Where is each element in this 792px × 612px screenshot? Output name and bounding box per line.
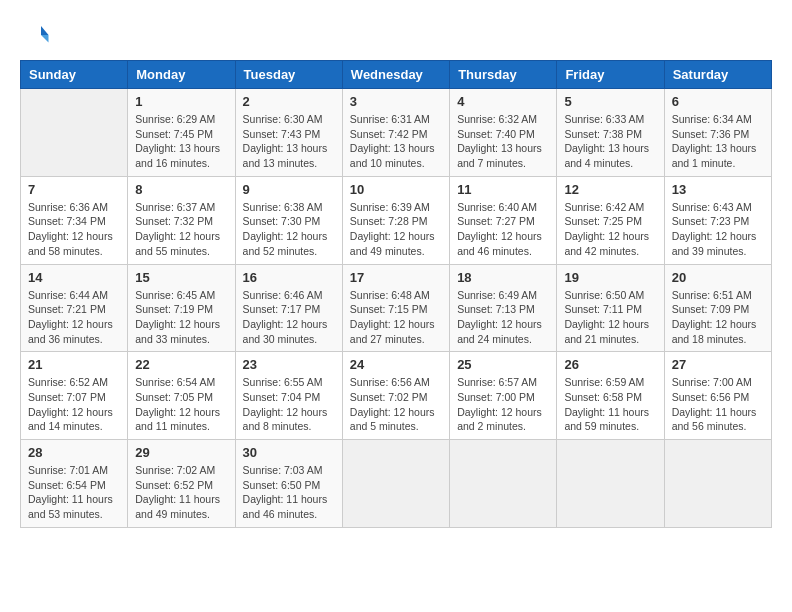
calendar-cell: 11Sunrise: 6:40 AM Sunset: 7:27 PM Dayli…: [450, 176, 557, 264]
calendar-cell: 20Sunrise: 6:51 AM Sunset: 7:09 PM Dayli…: [664, 264, 771, 352]
calendar-cell: 12Sunrise: 6:42 AM Sunset: 7:25 PM Dayli…: [557, 176, 664, 264]
day-number: 19: [564, 270, 656, 285]
day-number: 13: [672, 182, 764, 197]
calendar-cell: 28Sunrise: 7:01 AM Sunset: 6:54 PM Dayli…: [21, 440, 128, 528]
day-number: 21: [28, 357, 120, 372]
calendar-cell: 26Sunrise: 6:59 AM Sunset: 6:58 PM Dayli…: [557, 352, 664, 440]
calendar-cell: 2Sunrise: 6:30 AM Sunset: 7:43 PM Daylig…: [235, 89, 342, 177]
weekday-header-tuesday: Tuesday: [235, 61, 342, 89]
logo: [20, 20, 54, 50]
day-info: Sunrise: 7:00 AM Sunset: 6:56 PM Dayligh…: [672, 375, 764, 434]
calendar-cell: 1Sunrise: 6:29 AM Sunset: 7:45 PM Daylig…: [128, 89, 235, 177]
day-info: Sunrise: 6:32 AM Sunset: 7:40 PM Dayligh…: [457, 112, 549, 171]
day-info: Sunrise: 6:56 AM Sunset: 7:02 PM Dayligh…: [350, 375, 442, 434]
calendar-cell: 16Sunrise: 6:46 AM Sunset: 7:17 PM Dayli…: [235, 264, 342, 352]
day-number: 1: [135, 94, 227, 109]
calendar-cell: 5Sunrise: 6:33 AM Sunset: 7:38 PM Daylig…: [557, 89, 664, 177]
calendar-cell: 4Sunrise: 6:32 AM Sunset: 7:40 PM Daylig…: [450, 89, 557, 177]
calendar-week-row: 21Sunrise: 6:52 AM Sunset: 7:07 PM Dayli…: [21, 352, 772, 440]
calendar-cell: 25Sunrise: 6:57 AM Sunset: 7:00 PM Dayli…: [450, 352, 557, 440]
day-info: Sunrise: 6:37 AM Sunset: 7:32 PM Dayligh…: [135, 200, 227, 259]
day-number: 27: [672, 357, 764, 372]
day-number: 29: [135, 445, 227, 460]
day-number: 14: [28, 270, 120, 285]
calendar-cell: [21, 89, 128, 177]
day-number: 24: [350, 357, 442, 372]
day-number: 20: [672, 270, 764, 285]
day-info: Sunrise: 6:36 AM Sunset: 7:34 PM Dayligh…: [28, 200, 120, 259]
day-info: Sunrise: 6:52 AM Sunset: 7:07 PM Dayligh…: [28, 375, 120, 434]
day-info: Sunrise: 6:50 AM Sunset: 7:11 PM Dayligh…: [564, 288, 656, 347]
day-number: 18: [457, 270, 549, 285]
day-number: 8: [135, 182, 227, 197]
calendar-cell: [557, 440, 664, 528]
svg-marker-1: [41, 35, 49, 43]
calendar-cell: 7Sunrise: 6:36 AM Sunset: 7:34 PM Daylig…: [21, 176, 128, 264]
day-info: Sunrise: 6:43 AM Sunset: 7:23 PM Dayligh…: [672, 200, 764, 259]
day-number: 25: [457, 357, 549, 372]
day-number: 26: [564, 357, 656, 372]
day-number: 23: [243, 357, 335, 372]
day-info: Sunrise: 6:31 AM Sunset: 7:42 PM Dayligh…: [350, 112, 442, 171]
page-header: [20, 20, 772, 50]
calendar-cell: 15Sunrise: 6:45 AM Sunset: 7:19 PM Dayli…: [128, 264, 235, 352]
calendar-cell: [664, 440, 771, 528]
day-number: 4: [457, 94, 549, 109]
calendar-cell: 3Sunrise: 6:31 AM Sunset: 7:42 PM Daylig…: [342, 89, 449, 177]
svg-marker-0: [41, 26, 49, 35]
day-info: Sunrise: 7:01 AM Sunset: 6:54 PM Dayligh…: [28, 463, 120, 522]
day-number: 28: [28, 445, 120, 460]
calendar-week-row: 14Sunrise: 6:44 AM Sunset: 7:21 PM Dayli…: [21, 264, 772, 352]
weekday-header-saturday: Saturday: [664, 61, 771, 89]
day-number: 3: [350, 94, 442, 109]
day-info: Sunrise: 7:02 AM Sunset: 6:52 PM Dayligh…: [135, 463, 227, 522]
day-number: 2: [243, 94, 335, 109]
day-number: 15: [135, 270, 227, 285]
calendar-cell: 30Sunrise: 7:03 AM Sunset: 6:50 PM Dayli…: [235, 440, 342, 528]
day-number: 12: [564, 182, 656, 197]
calendar-cell: 29Sunrise: 7:02 AM Sunset: 6:52 PM Dayli…: [128, 440, 235, 528]
day-number: 30: [243, 445, 335, 460]
day-number: 22: [135, 357, 227, 372]
day-info: Sunrise: 6:29 AM Sunset: 7:45 PM Dayligh…: [135, 112, 227, 171]
day-number: 5: [564, 94, 656, 109]
day-info: Sunrise: 6:45 AM Sunset: 7:19 PM Dayligh…: [135, 288, 227, 347]
calendar-cell: 8Sunrise: 6:37 AM Sunset: 7:32 PM Daylig…: [128, 176, 235, 264]
calendar-cell: 17Sunrise: 6:48 AM Sunset: 7:15 PM Dayli…: [342, 264, 449, 352]
calendar-cell: 18Sunrise: 6:49 AM Sunset: 7:13 PM Dayli…: [450, 264, 557, 352]
day-info: Sunrise: 7:03 AM Sunset: 6:50 PM Dayligh…: [243, 463, 335, 522]
calendar-week-row: 7Sunrise: 6:36 AM Sunset: 7:34 PM Daylig…: [21, 176, 772, 264]
calendar-cell: [450, 440, 557, 528]
day-info: Sunrise: 6:49 AM Sunset: 7:13 PM Dayligh…: [457, 288, 549, 347]
weekday-header-friday: Friday: [557, 61, 664, 89]
calendar: SundayMondayTuesdayWednesdayThursdayFrid…: [20, 60, 772, 528]
logo-icon: [20, 20, 50, 50]
calendar-cell: 14Sunrise: 6:44 AM Sunset: 7:21 PM Dayli…: [21, 264, 128, 352]
calendar-cell: 9Sunrise: 6:38 AM Sunset: 7:30 PM Daylig…: [235, 176, 342, 264]
day-number: 9: [243, 182, 335, 197]
day-info: Sunrise: 6:44 AM Sunset: 7:21 PM Dayligh…: [28, 288, 120, 347]
day-info: Sunrise: 6:48 AM Sunset: 7:15 PM Dayligh…: [350, 288, 442, 347]
calendar-week-row: 28Sunrise: 7:01 AM Sunset: 6:54 PM Dayli…: [21, 440, 772, 528]
day-info: Sunrise: 6:39 AM Sunset: 7:28 PM Dayligh…: [350, 200, 442, 259]
day-number: 17: [350, 270, 442, 285]
weekday-header-thursday: Thursday: [450, 61, 557, 89]
calendar-week-row: 1Sunrise: 6:29 AM Sunset: 7:45 PM Daylig…: [21, 89, 772, 177]
day-info: Sunrise: 6:51 AM Sunset: 7:09 PM Dayligh…: [672, 288, 764, 347]
day-info: Sunrise: 6:46 AM Sunset: 7:17 PM Dayligh…: [243, 288, 335, 347]
calendar-cell: 19Sunrise: 6:50 AM Sunset: 7:11 PM Dayli…: [557, 264, 664, 352]
day-info: Sunrise: 6:33 AM Sunset: 7:38 PM Dayligh…: [564, 112, 656, 171]
weekday-header-row: SundayMondayTuesdayWednesdayThursdayFrid…: [21, 61, 772, 89]
calendar-cell: 21Sunrise: 6:52 AM Sunset: 7:07 PM Dayli…: [21, 352, 128, 440]
day-info: Sunrise: 6:59 AM Sunset: 6:58 PM Dayligh…: [564, 375, 656, 434]
day-number: 6: [672, 94, 764, 109]
calendar-cell: 22Sunrise: 6:54 AM Sunset: 7:05 PM Dayli…: [128, 352, 235, 440]
calendar-cell: 27Sunrise: 7:00 AM Sunset: 6:56 PM Dayli…: [664, 352, 771, 440]
day-info: Sunrise: 6:30 AM Sunset: 7:43 PM Dayligh…: [243, 112, 335, 171]
day-info: Sunrise: 6:38 AM Sunset: 7:30 PM Dayligh…: [243, 200, 335, 259]
day-number: 7: [28, 182, 120, 197]
calendar-cell: 10Sunrise: 6:39 AM Sunset: 7:28 PM Dayli…: [342, 176, 449, 264]
calendar-cell: 6Sunrise: 6:34 AM Sunset: 7:36 PM Daylig…: [664, 89, 771, 177]
day-info: Sunrise: 6:57 AM Sunset: 7:00 PM Dayligh…: [457, 375, 549, 434]
weekday-header-monday: Monday: [128, 61, 235, 89]
